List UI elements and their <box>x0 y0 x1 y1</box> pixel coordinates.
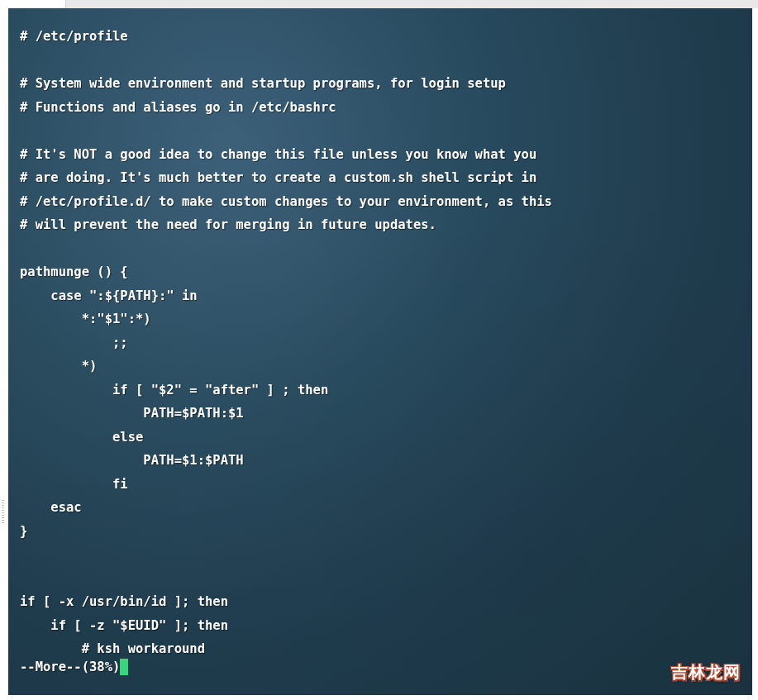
code-line: ;; <box>20 331 741 355</box>
code-line: *:"$1":*) <box>20 307 741 331</box>
code-line: case ":${PATH}:" in <box>20 284 741 308</box>
code-line: } <box>20 520 741 544</box>
code-line: esac <box>20 496 741 520</box>
watermark-text: 吉林龙网 <box>671 660 741 684</box>
code-line: # It's NOT a good idea to change this fi… <box>20 143 741 167</box>
window-frame: # /etc/profile # System wide environment… <box>0 0 758 700</box>
code-line: # /etc/profile <box>20 25 741 49</box>
code-line: if [ "$2" = "after" ] ; then <box>20 379 741 402</box>
more-pager-label: --More--(38%) <box>20 655 120 679</box>
code-line <box>20 237 741 261</box>
code-line: if [ -x /usr/bin/id ]; then <box>20 590 741 614</box>
top-chrome-bar <box>0 0 758 8</box>
code-line: if [ -z "$EUID" ]; then <box>20 614 741 638</box>
inactive-tab <box>0 0 66 8</box>
code-line: pathmunge () { <box>20 260 741 284</box>
code-line: *) <box>20 355 741 379</box>
left-gutter <box>0 8 8 695</box>
code-line: # /etc/profile.d/ to make custom changes… <box>20 190 741 214</box>
terminal-viewport[interactable]: # /etc/profile # System wide environment… <box>8 8 752 695</box>
code-line <box>20 119 741 143</box>
code-line: else <box>20 426 741 450</box>
code-line: # Functions and aliases go in /etc/bashr… <box>20 96 741 120</box>
more-pager-status[interactable]: --More--(38%) <box>20 655 128 679</box>
code-line: # are doing. It's much better to create … <box>20 166 741 190</box>
code-line: # will prevent the need for merging in f… <box>20 213 741 237</box>
code-line: PATH=$PATH:$1 <box>20 402 741 426</box>
code-line: # System wide environment and startup pr… <box>20 72 741 96</box>
gutter-dots <box>2 500 4 525</box>
code-line <box>20 567 741 591</box>
code-line <box>20 543 741 567</box>
code-line: fi <box>20 473 741 497</box>
code-content: # /etc/profile # System wide environment… <box>20 25 741 661</box>
code-line <box>20 49 741 73</box>
terminal-cursor <box>120 659 128 675</box>
code-line: PATH=$1:$PATH <box>20 449 741 473</box>
